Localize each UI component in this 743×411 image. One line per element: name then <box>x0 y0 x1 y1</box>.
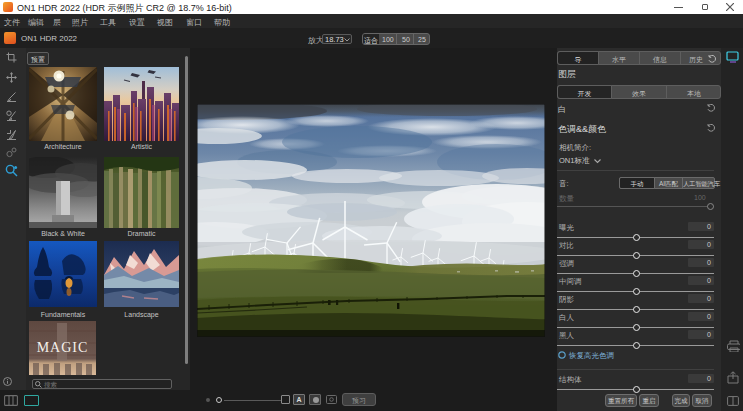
svg-text:MAGIC: MAGIC <box>37 340 89 355</box>
